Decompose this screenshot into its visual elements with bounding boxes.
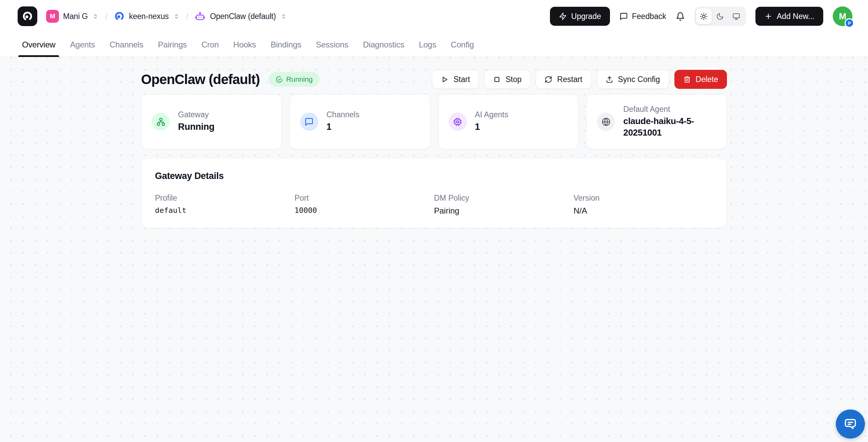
feedback-button[interactable]: Feedback [619,12,666,21]
tab-bindings[interactable]: Bindings [267,33,305,57]
tab-cron[interactable]: Cron [198,33,222,57]
stat-label: Gateway [178,110,214,119]
stat-value: 1 [475,121,508,133]
tab-channels[interactable]: Channels [106,33,147,57]
plus-icon [764,12,772,20]
speech-bubble-icon [619,12,628,21]
chevron-updown-icon [280,13,287,20]
stat-value: Running [178,121,214,133]
network-icon [152,113,170,131]
instance-actions: Start Stop Restart [432,70,727,89]
dm-policy-field: DM Policy Pairing [434,194,574,216]
stop-button[interactable]: Stop [484,70,530,89]
page-title: OpenClaw (default) [141,72,260,87]
openclaw-logo[interactable] [18,6,37,26]
chevron-updown-icon [92,13,99,20]
robot-icon [194,11,206,22]
instance-name: OpenClaw (default) [210,12,276,21]
tab-sessions[interactable]: Sessions [312,33,352,57]
message-square-icon [300,113,318,131]
plan-badge: P [845,18,854,28]
profile-field: Profile default [155,194,295,216]
bolt-icon [559,12,567,20]
globe-icon [597,113,615,131]
theme-light-button[interactable] [696,8,712,24]
gateway-details-card: Gateway Details Profile default Port 100… [141,158,727,228]
refresh-icon [545,76,552,83]
gateway-stat-card: Gateway Running [141,94,282,149]
upgrade-button[interactable]: Upgrade [550,7,610,26]
play-icon [441,76,449,83]
stat-label: Default Agent [623,105,715,114]
monitor-icon [732,13,740,20]
tab-diagnostics[interactable]: Diagnostics [359,33,408,57]
tab-logs[interactable]: Logs [415,33,440,57]
account-menu-button[interactable]: M P [833,6,852,26]
tab-pairings[interactable]: Pairings [154,33,191,57]
project-name: keen-nexus [129,12,169,21]
version-field: Version N/A [574,194,713,216]
sun-icon [700,13,708,20]
tab-agents[interactable]: Agents [66,33,99,57]
trash-icon [683,76,691,83]
bell-icon [676,12,685,21]
upload-icon [606,76,613,83]
chat-widget-button[interactable] [836,409,865,439]
delete-button[interactable]: Delete [674,70,727,89]
stat-label: Channels [327,110,359,119]
moon-icon [716,13,724,20]
gateway-details-title: Gateway Details [155,170,713,181]
spiral-logo-icon [21,10,34,22]
stat-cards: Gateway Running Channels 1 [141,94,727,149]
user-name: Mani G [63,12,88,21]
default-agent-stat-card: Default Agent claude-haiku-4-5-20251001 [586,94,727,149]
notifications-button[interactable] [676,12,685,21]
breadcrumb-separator: / [105,12,107,21]
tab-config[interactable]: Config [447,33,478,57]
stat-label: AI Agents [475,110,508,119]
theme-dark-button[interactable] [712,8,728,24]
breadcrumb-project[interactable]: keen-nexus [114,11,180,22]
breadcrumb-instance[interactable]: OpenClaw (default) [194,11,287,22]
port-field: Port 10000 [295,194,434,216]
stat-value: 1 [327,121,359,133]
chevron-updown-icon [173,13,180,20]
check-circle-icon [276,76,283,83]
breadcrumb-user[interactable]: M Mani G [46,10,99,23]
status-badge: Running [269,72,320,87]
tab-hooks[interactable]: Hooks [230,33,260,57]
stat-value: claude-haiku-4-5-20251001 [623,116,715,139]
theme-toggle [694,7,746,26]
page-header-row: OpenClaw (default) Running Start [141,70,727,89]
theme-system-button[interactable] [729,8,744,24]
top-header: M Mani G / keen-nexus / [0,0,868,33]
status-badge-label: Running [286,75,313,83]
chat-bubble-icon [843,417,858,431]
breadcrumb-separator: / [186,12,189,21]
project-spiral-icon [114,11,125,22]
tab-bar: Overview Agents Channels Pairings Cron H… [0,33,868,57]
breadcrumb: M Mani G / keen-nexus / [46,10,287,23]
ai-agents-stat-card: AI Agents 1 [438,94,579,149]
app-root: M Mani G / keen-nexus / [0,0,868,442]
channels-stat-card: Channels 1 [290,94,430,149]
user-avatar: M [46,10,59,23]
add-new-button[interactable]: Add New... [755,7,823,26]
stop-square-icon [493,76,501,83]
cpu-icon [449,113,467,131]
sync-config-button[interactable]: Sync Config [597,70,669,89]
main-content: OpenClaw (default) Running Start [0,57,868,442]
tab-overview[interactable]: Overview [18,33,59,57]
start-button[interactable]: Start [432,70,479,89]
restart-button[interactable]: Restart [536,70,591,89]
